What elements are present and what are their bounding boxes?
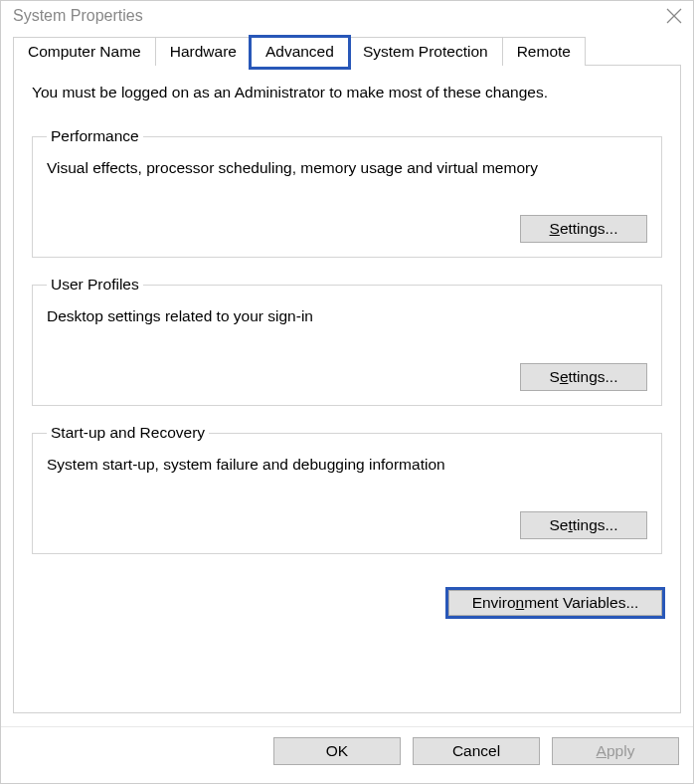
close-icon[interactable] <box>665 7 683 25</box>
group-startup-desc: System start-up, system failure and debu… <box>47 456 647 474</box>
group-performance-btn-row: Settings... <box>47 215 647 243</box>
startup-settings-button[interactable]: Settings... <box>520 511 647 539</box>
tab-remote[interactable]: Remote <box>502 37 586 66</box>
group-startup-legend: Start-up and Recovery <box>47 424 209 442</box>
tab-row: Computer Name Hardware Advanced System P… <box>13 37 681 66</box>
tab-system-protection[interactable]: System Protection <box>348 37 503 66</box>
tab-computer-name[interactable]: Computer Name <box>13 37 156 66</box>
titlebar: System Properties <box>1 1 693 37</box>
group-startup-btn-row: Settings... <box>47 511 647 539</box>
group-performance-desc: Visual effects, processor scheduling, me… <box>47 159 647 177</box>
system-properties-window: System Properties Computer Name Hardware… <box>0 0 694 784</box>
apply-button[interactable]: Apply <box>552 737 679 765</box>
user-profiles-settings-button[interactable]: Settings... <box>520 363 647 391</box>
environment-variables-row: Environment Variables... <box>32 590 662 616</box>
tab-advanced[interactable]: Advanced <box>251 37 349 68</box>
dialog-button-row: OK Cancel Apply <box>1 726 693 783</box>
ok-button[interactable]: OK <box>273 737 401 765</box>
environment-variables-button[interactable]: Environment Variables... <box>448 590 662 616</box>
group-user-profiles: User Profiles Desktop settings related t… <box>32 276 662 406</box>
cancel-button[interactable]: Cancel <box>413 737 540 765</box>
tab-content-advanced: You must be logged on as an Administrato… <box>13 65 681 713</box>
performance-settings-button[interactable]: Settings... <box>520 215 647 243</box>
group-performance: Performance Visual effects, processor sc… <box>32 127 662 258</box>
group-user-profiles-btn-row: Settings... <box>47 363 647 391</box>
tab-hardware[interactable]: Hardware <box>155 37 252 66</box>
window-title: System Properties <box>13 7 143 25</box>
group-user-profiles-desc: Desktop settings related to your sign-in <box>47 307 647 325</box>
group-user-profiles-legend: User Profiles <box>47 276 143 294</box>
group-startup-recovery: Start-up and Recovery System start-up, s… <box>32 424 662 554</box>
intro-text: You must be logged on as an Administrato… <box>32 84 662 101</box>
group-performance-legend: Performance <box>47 127 143 145</box>
